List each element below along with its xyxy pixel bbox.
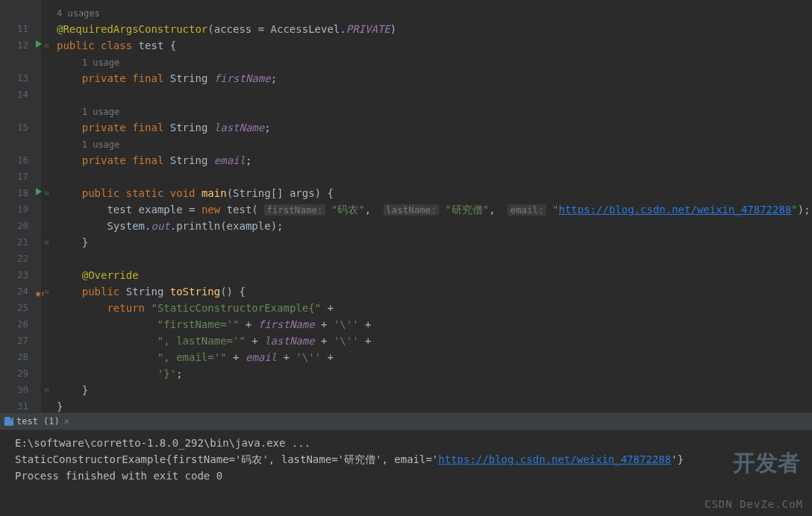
code-editor: 11 12 13 14 15 16 17 18 19 20 21 22 23 2… <box>0 0 812 412</box>
watermark: CSDN DevZe.CoM <box>705 498 803 510</box>
line-number: 26 <box>0 316 28 333</box>
fold-toggle-icon[interactable]: ⊟ <box>41 37 52 54</box>
line-number: 19 <box>0 201 28 218</box>
line-number: 23 <box>0 267 28 283</box>
run-tab[interactable]: test (1) × <box>0 413 74 430</box>
run-tab-label: test (1) <box>16 416 60 427</box>
param-hint: email: <box>508 204 546 215</box>
line-number: 20 <box>0 218 28 234</box>
line-number: 17 <box>0 169 28 185</box>
line-number: 25 <box>0 300 28 316</box>
fold-toggle-icon[interactable]: ⊟ <box>41 283 52 300</box>
usage-hint: 1 usage <box>82 139 120 150</box>
line-number: 27 <box>0 333 28 349</box>
usage-hint: 1 usage <box>82 107 120 117</box>
usage-hint: 1 usage <box>82 57 120 68</box>
line-number: 14 <box>0 86 28 103</box>
line-number: 31 <box>0 398 28 415</box>
console-output[interactable]: E:\software\corretto-1.8.0_292\bin\java.… <box>0 430 812 515</box>
param-hint: lastName: <box>384 204 439 215</box>
fold-column: ⊟ ⊟ ⊟ ⊟ ⊟ <box>40 0 52 412</box>
fold-toggle-icon[interactable]: ⊟ <box>41 382 52 398</box>
line-number: 11 <box>0 21 28 37</box>
line-number: 28 <box>0 349 28 365</box>
line-number: 21 <box>0 234 28 251</box>
code-content[interactable]: 4 usages @RequiredArgsConstructor(access… <box>52 0 812 412</box>
param-hint: firstName: <box>264 204 325 215</box>
console-line: Process finished with exit code 0 <box>15 468 797 484</box>
fold-toggle-icon[interactable]: ⊟ <box>41 185 52 201</box>
line-number-gutter: 11 12 13 14 15 16 17 18 19 20 21 22 23 2… <box>0 0 40 412</box>
line-number: 16 <box>0 152 28 169</box>
console-line: E:\software\corretto-1.8.0_292\bin\java.… <box>15 435 797 451</box>
line-number: 30 <box>0 382 28 398</box>
close-icon[interactable]: × <box>64 416 69 427</box>
console-line: StaticConstructorExample{firstName='码农',… <box>15 451 797 468</box>
line-number: 22 <box>0 251 28 267</box>
line-number: 15 <box>0 119 28 136</box>
line-number: 12 <box>0 37 28 54</box>
console-link[interactable]: https://blog.csdn.net/weixin_47872288 <box>438 453 671 465</box>
watermark: 开发者 <box>733 448 800 479</box>
fold-toggle-icon[interactable]: ⊟ <box>41 234 52 251</box>
line-number: 24◉↑ <box>0 283 28 300</box>
line-number: 29 <box>0 365 28 382</box>
file-icon <box>4 417 13 426</box>
line-number: 18 <box>0 185 28 201</box>
run-tab-bar: test (1) × <box>0 412 812 430</box>
line-number: 13 <box>0 70 28 86</box>
usage-hint: 4 usages <box>57 8 100 19</box>
